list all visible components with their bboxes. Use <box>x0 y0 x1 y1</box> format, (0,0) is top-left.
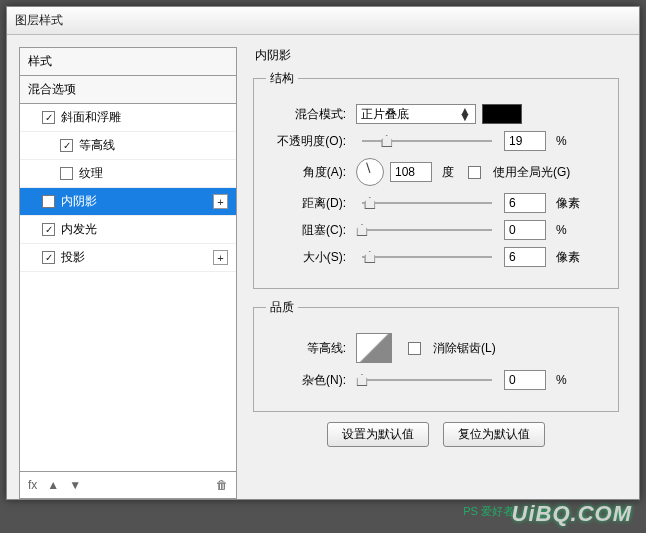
noise-input[interactable]: 0 <box>504 370 546 390</box>
drop-shadow-item[interactable]: 投影 + <box>20 244 236 272</box>
fx-icon[interactable]: fx <box>28 478 37 492</box>
opacity-slider[interactable] <box>362 133 492 149</box>
texture-checkbox[interactable] <box>60 167 73 180</box>
blend-mode-label: 混合模式: <box>266 106 346 123</box>
choke-label: 阻塞(C): <box>266 222 346 239</box>
noise-row: 杂色(N): 0 % <box>266 370 606 390</box>
choke-unit: % <box>556 223 567 237</box>
antialias-checkbox[interactable] <box>408 342 421 355</box>
dialog-content: 样式 混合选项 斜面和浮雕 等高线 纹理 内阴影 + <box>7 35 639 499</box>
settings-panel: 内阴影 结构 混合模式: 正片叠底 ▲▼ 不透明度(O): 19 % <box>237 47 627 499</box>
inner-shadow-item[interactable]: 内阴影 + <box>20 188 236 216</box>
texture-item[interactable]: 纹理 <box>20 160 236 188</box>
quality-contour-label: 等高线: <box>266 340 346 357</box>
effects-footer: fx ▲ ▼ 🗑 <box>20 471 236 498</box>
inner-shadow-checkbox[interactable] <box>42 195 55 208</box>
distance-slider[interactable] <box>362 195 492 211</box>
opacity-row: 不透明度(O): 19 % <box>266 131 606 151</box>
inner-glow-label: 内发光 <box>61 221 228 238</box>
quality-legend: 品质 <box>266 299 298 316</box>
size-slider[interactable] <box>362 249 492 265</box>
angle-dial[interactable] <box>356 158 384 186</box>
up-icon[interactable]: ▲ <box>47 478 59 492</box>
blend-mode-row: 混合模式: 正片叠底 ▲▼ <box>266 104 606 124</box>
distance-unit: 像素 <box>556 195 580 212</box>
angle-input[interactable]: 108 <box>390 162 432 182</box>
global-light-label: 使用全局光(G) <box>493 164 570 181</box>
inner-glow-item[interactable]: 内发光 <box>20 216 236 244</box>
inner-glow-checkbox[interactable] <box>42 223 55 236</box>
bevel-item[interactable]: 斜面和浮雕 <box>20 104 236 132</box>
size-input[interactable]: 6 <box>504 247 546 267</box>
noise-slider[interactable] <box>362 372 492 388</box>
noise-label: 杂色(N): <box>266 372 346 389</box>
drop-shadow-label: 投影 <box>61 249 213 266</box>
distance-label: 距离(D): <box>266 195 346 212</box>
contour-label: 等高线 <box>79 137 228 154</box>
shadow-color-swatch[interactable] <box>482 104 522 124</box>
texture-label: 纹理 <box>79 165 228 182</box>
window-title: 图层样式 <box>15 12 63 29</box>
opacity-input[interactable]: 19 <box>504 131 546 151</box>
angle-row: 角度(A): 108 度 使用全局光(G) <box>266 158 606 186</box>
drop-shadow-checkbox[interactable] <box>42 251 55 264</box>
global-light-checkbox[interactable] <box>468 166 481 179</box>
antialias-label: 消除锯齿(L) <box>433 340 496 357</box>
bevel-label: 斜面和浮雕 <box>61 109 228 126</box>
angle-label: 角度(A): <box>266 164 346 181</box>
blend-mode-value: 正片叠底 <box>361 106 409 123</box>
blend-mode-select[interactable]: 正片叠底 ▲▼ <box>356 104 476 124</box>
distance-input[interactable]: 6 <box>504 193 546 213</box>
inner-shadow-label: 内阴影 <box>61 193 213 210</box>
contour-item[interactable]: 等高线 <box>20 132 236 160</box>
choke-slider[interactable] <box>362 222 492 238</box>
choke-input[interactable]: 0 <box>504 220 546 240</box>
reset-default-button[interactable]: 复位为默认值 <box>443 422 545 447</box>
styles-header-label: 样式 <box>28 53 228 70</box>
structure-group: 结构 混合模式: 正片叠底 ▲▼ 不透明度(O): 19 % 角度( <box>253 70 619 289</box>
angle-unit: 度 <box>442 164 454 181</box>
distance-row: 距离(D): 6 像素 <box>266 193 606 213</box>
down-icon[interactable]: ▼ <box>69 478 81 492</box>
size-unit: 像素 <box>556 249 580 266</box>
contour-picker[interactable] <box>356 333 392 363</box>
structure-legend: 结构 <box>266 70 298 87</box>
blend-options-label: 混合选项 <box>28 81 228 98</box>
opacity-unit: % <box>556 134 567 148</box>
watermark: UiBQ.COM <box>512 501 632 527</box>
add-drop-shadow-icon[interactable]: + <box>213 250 228 265</box>
section-title: 内阴影 <box>255 47 619 64</box>
select-arrows-icon: ▲▼ <box>459 108 471 120</box>
blend-options-item[interactable]: 混合选项 <box>20 76 236 104</box>
contour-row: 等高线: 消除锯齿(L) <box>266 333 606 363</box>
quality-group: 品质 等高线: 消除锯齿(L) 杂色(N): 0 % <box>253 299 619 412</box>
styles-header[interactable]: 样式 <box>20 48 236 76</box>
set-default-button[interactable]: 设置为默认值 <box>327 422 429 447</box>
bevel-checkbox[interactable] <box>42 111 55 124</box>
add-inner-shadow-icon[interactable]: + <box>213 194 228 209</box>
trash-icon[interactable]: 🗑 <box>216 478 228 492</box>
noise-unit: % <box>556 373 567 387</box>
titlebar[interactable]: 图层样式 <box>7 7 639 35</box>
opacity-label: 不透明度(O): <box>266 133 346 150</box>
contour-checkbox[interactable] <box>60 139 73 152</box>
default-buttons: 设置为默认值 复位为默认值 <box>253 422 619 447</box>
watermark-sub: PS 爱好者 <box>463 504 514 519</box>
choke-row: 阻塞(C): 0 % <box>266 220 606 240</box>
layer-style-dialog: 图层样式 样式 混合选项 斜面和浮雕 等高线 纹理 <box>6 6 640 500</box>
size-label: 大小(S): <box>266 249 346 266</box>
effects-list: 样式 混合选项 斜面和浮雕 等高线 纹理 内阴影 + <box>19 47 237 499</box>
size-row: 大小(S): 6 像素 <box>266 247 606 267</box>
